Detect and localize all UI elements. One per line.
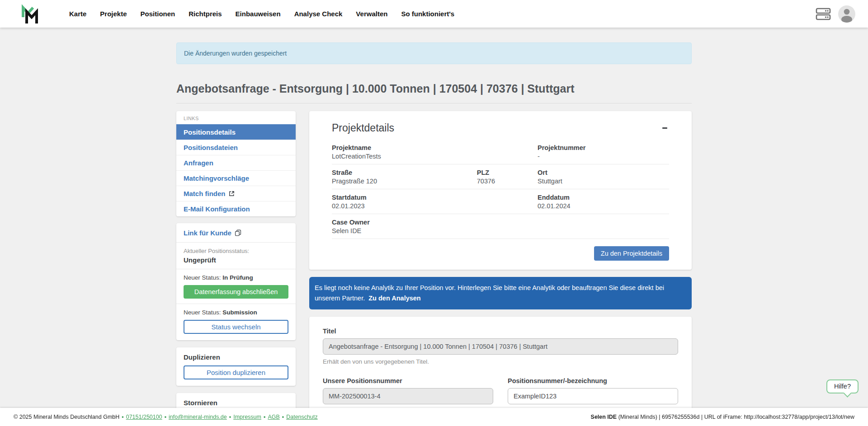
sidebar-item-positionsdateien[interactable]: Positionsdateien bbox=[176, 140, 296, 155]
copy-icon bbox=[235, 229, 241, 236]
title-field-group: Titel Erhält den von uns vorgegebenen Ti… bbox=[323, 328, 678, 365]
footer-left: © 2025 Mineral Minds Deutschland GmbH • … bbox=[14, 414, 318, 420]
field-label: Startdatum bbox=[332, 194, 538, 201]
sidebar-item-anfragen[interactable]: Anfragen bbox=[176, 155, 296, 170]
duplicate-position-button[interactable]: Position duplizieren bbox=[184, 365, 288, 379]
field-value: Stuttgart bbox=[538, 178, 669, 185]
field-value: - bbox=[538, 153, 669, 160]
sidebar: LINKS Positionsdetails Positionsdateien … bbox=[176, 111, 296, 426]
navbar-right bbox=[816, 5, 855, 23]
brand-logo-icon[interactable] bbox=[20, 3, 41, 25]
sidebar-item-label: Anfragen bbox=[184, 159, 213, 167]
status-panel: Link für Kunde Aktueller Positionsstatus… bbox=[176, 223, 296, 340]
separator-dot: • bbox=[229, 414, 231, 420]
customer-link[interactable]: Link für Kunde bbox=[184, 229, 241, 237]
analytics-banner: Es liegt noch keine Analytik zu Ihrer Po… bbox=[309, 277, 692, 309]
sidebar-item-label: Match finden bbox=[184, 190, 226, 197]
field-value: Pragstraße 120 bbox=[332, 178, 477, 185]
phone-link[interactable]: 07151/250100 bbox=[126, 414, 162, 420]
new-status-line: Neuer Status: Submission bbox=[184, 309, 288, 316]
help-button[interactable]: Hilfe? bbox=[826, 379, 859, 393]
nav-item-analyse-check[interactable]: Analyse Check bbox=[288, 5, 349, 22]
session-info: Selen IDE (Mineral Minds) | 69576255536d… bbox=[591, 414, 854, 420]
email-link[interactable]: info@mineral-minds.de bbox=[169, 414, 227, 420]
divider bbox=[176, 304, 296, 304]
copyright-text: © 2025 Mineral Minds Deutschland GmbH bbox=[14, 414, 119, 420]
separator-dot: • bbox=[122, 414, 123, 420]
links-header: LINKS bbox=[176, 111, 296, 124]
divider bbox=[176, 242, 296, 243]
divider bbox=[176, 269, 296, 269]
project-details-row: Startdatum 02.01.2023 Enddatum 02.01.202… bbox=[332, 189, 669, 214]
cancel-panel-title: Stornieren bbox=[184, 399, 288, 407]
project-details-row: Case Owner Selen IDE bbox=[332, 214, 669, 239]
go-to-project-details-button[interactable]: Zu den Projektdetails bbox=[594, 246, 669, 261]
sidebar-item-label: E-Mail Konfiguration bbox=[184, 205, 250, 213]
field-label: PLZ bbox=[477, 169, 538, 176]
separator-dot: • bbox=[165, 414, 166, 420]
main-nav: Karte Projekte Positionen Richtpreis Ein… bbox=[62, 5, 461, 22]
position-number-label: Positionsnummer/-bezeichnung bbox=[508, 377, 678, 384]
footer: © 2025 Mineral Minds Deutschland GmbH • … bbox=[0, 408, 868, 426]
position-number-input[interactable] bbox=[508, 388, 678, 404]
title-field-input[interactable] bbox=[323, 338, 678, 355]
our-number-label: Unsere Positionsnummer bbox=[323, 377, 493, 384]
complete-data-entry-button[interactable]: Datenerfassung abschließen bbox=[184, 285, 288, 299]
page-title: Angebotsanfrage - Entsorgung | 10.000 To… bbox=[176, 82, 692, 103]
field-value: LotCreationTests bbox=[332, 153, 538, 160]
nav-item-projekte[interactable]: Projekte bbox=[93, 5, 133, 22]
our-number-input[interactable] bbox=[323, 388, 493, 404]
nav-item-einbauweisen[interactable]: Einbauweisen bbox=[229, 5, 288, 22]
links-card: LINKS Positionsdetails Positionsdateien … bbox=[176, 111, 296, 216]
main-content: Projektdetails Projektname LotCreationTe… bbox=[309, 111, 692, 426]
separator-dot: • bbox=[264, 414, 265, 420]
field-label: Straße bbox=[332, 169, 477, 176]
new-status-label: Neuer Status: bbox=[184, 309, 222, 316]
field-label: Case Owner bbox=[332, 219, 669, 226]
current-status-value: Ungeprüft bbox=[184, 256, 288, 264]
customer-link-label: Link für Kunde bbox=[184, 229, 231, 237]
new-status-value: In Prüfung bbox=[222, 274, 253, 281]
new-status-value: Submission bbox=[222, 309, 257, 316]
impressum-link[interactable]: Impressum bbox=[233, 414, 261, 420]
user-avatar-icon[interactable] bbox=[838, 5, 855, 23]
go-to-analyses-link[interactable]: Zu den Analysen bbox=[368, 295, 420, 302]
sidebar-item-email-konfiguration[interactable]: E-Mail Konfiguration bbox=[176, 201, 296, 216]
server-stack-icon[interactable] bbox=[816, 7, 831, 21]
session-details: (Mineral Minds) | 69576255536d | URL of … bbox=[617, 414, 854, 420]
analytics-banner-text: Es liegt noch keine Analytik zu Ihrer Po… bbox=[315, 284, 664, 302]
project-details-row: Straße Pragstraße 120 PLZ 70376 Ort Stut… bbox=[332, 164, 669, 189]
save-success-alert: Die Änderungen wurden gespeichert bbox=[176, 42, 692, 64]
nav-item-richtpreis[interactable]: Richtpreis bbox=[182, 5, 228, 22]
nav-item-so-funktionierts[interactable]: So funktioniert's bbox=[394, 5, 461, 22]
field-value: 70376 bbox=[477, 178, 538, 185]
nav-item-positionen[interactable]: Positionen bbox=[134, 5, 182, 22]
sidebar-item-positionsdetails[interactable]: Positionsdetails bbox=[176, 124, 296, 140]
new-status-label: Neuer Status: bbox=[184, 274, 222, 281]
project-details-card: Projektdetails Projektname LotCreationTe… bbox=[309, 111, 692, 270]
sidebar-item-label: Matchingvorschläge bbox=[184, 174, 249, 182]
top-navbar: Karte Projekte Positionen Richtpreis Ein… bbox=[0, 0, 868, 28]
datenschutz-link[interactable]: Datenschutz bbox=[286, 414, 317, 420]
sidebar-item-matchingvorschlaege[interactable]: Matchingvorschläge bbox=[176, 170, 296, 186]
external-link-icon bbox=[229, 191, 235, 197]
project-details-title: Projektdetails bbox=[332, 122, 394, 134]
field-label: Ort bbox=[538, 169, 669, 176]
sidebar-item-label: Positionsdateien bbox=[184, 144, 238, 151]
sidebar-item-match-finden[interactable]: Match finden bbox=[176, 186, 296, 201]
switch-status-button[interactable]: Status wechseln bbox=[184, 320, 288, 334]
alert-message: Die Änderungen wurden gespeichert bbox=[184, 50, 287, 57]
duplicate-panel: Duplizieren Position duplizieren bbox=[176, 347, 296, 386]
project-details-row: Projektname LotCreationTests Projektnumm… bbox=[332, 140, 669, 164]
field-label: Projektname bbox=[332, 144, 538, 151]
title-field-helper: Erhält den von uns vorgegebenen Titel. bbox=[323, 358, 678, 365]
agb-link[interactable]: AGB bbox=[268, 414, 279, 420]
nav-item-karte[interactable]: Karte bbox=[62, 5, 93, 22]
field-value: 02.01.2023 bbox=[332, 202, 538, 210]
nav-item-verwalten[interactable]: Verwalten bbox=[349, 5, 394, 22]
collapse-icon[interactable] bbox=[660, 125, 669, 131]
field-label: Projektnummer bbox=[538, 144, 669, 151]
help-button-label: Hilfe? bbox=[834, 383, 851, 390]
title-field-label: Titel bbox=[323, 328, 678, 335]
separator-dot: • bbox=[282, 414, 284, 420]
